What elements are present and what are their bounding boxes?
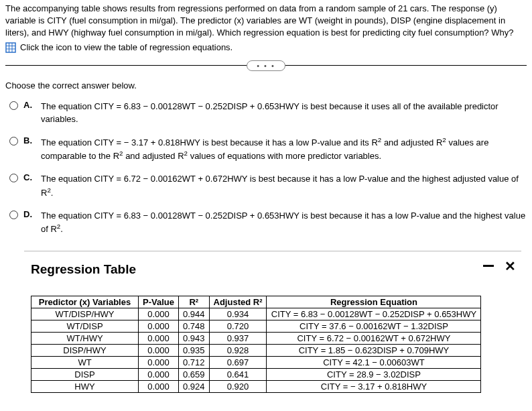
table-cell: 0.000 [139,308,179,320]
table-row: WT/DISP/HWY0.0000.9440.934CITY = 6.83 − … [31,308,481,320]
prompt-text: Choose the correct answer below. [5,80,527,91]
table-cell: CITY = 1.85 − 0.623DISP + 0.709HWY [267,344,481,356]
modal-title: Regression Table [31,262,521,277]
table-cell: 0.000 [139,332,179,344]
table-cell: WT/DISP [31,320,139,332]
table-cell: 0.000 [139,368,179,380]
table-cell: CITY = 6.83 − 0.00128WT − 0.252DISP + 0.… [267,308,481,320]
more-dots[interactable]: • • • [5,60,527,71]
radio-icon[interactable] [9,211,18,219]
table-cell: WT [31,356,139,368]
table-cell: 0.000 [139,380,179,392]
regression-table: Predictor (x) Variables P-Value R² Adjus… [31,296,481,393]
table-cell: 0.000 [139,356,179,368]
table-cell: CITY = 37.6 − 0.00162WT − 1.32DISP [267,320,481,332]
table-cell: 0.748 [178,320,209,332]
table-cell: CITY = 28.9 − 3.02DISP [267,368,481,380]
table-cell: 0.935 [178,344,209,356]
table-cell: 0.920 [209,380,267,392]
table-cell: 0.720 [209,320,267,332]
table-cell: 0.943 [178,332,209,344]
table-cell: 0.924 [178,380,209,392]
radio-icon[interactable] [9,137,18,145]
table-cell: 0.000 [139,320,179,332]
option-c[interactable]: C. The equation CITY = 6.72 − 0.00162WT … [9,172,527,199]
option-text: The equation CITY = 6.83 − 0.00128WT − 0… [41,100,527,126]
table-row: DISP0.0000.6590.641CITY = 28.9 − 3.02DIS… [31,368,481,380]
option-letter: D. [23,209,36,219]
option-text: The equation CITY = 6.72 − 0.00162WT + 0… [41,172,527,199]
table-row: HWY0.0000.9240.920CITY = − 3.17 + 0.818H… [31,380,481,392]
option-text: The equation CITY = − 3.17 + 0.818HWY is… [41,135,527,164]
table-cell: 0.944 [178,308,209,320]
table-cell: CITY = 6.72 − 0.00162WT + 0.672HWY [267,332,481,344]
table-row: WT/DISP0.0000.7480.720CITY = 37.6 − 0.00… [31,320,481,332]
option-b[interactable]: B. The equation CITY = − 3.17 + 0.818HWY… [9,135,527,164]
radio-icon[interactable] [9,101,18,110]
option-text: The equation CITY = 6.83 − 0.00128WT − 0… [41,209,527,236]
table-cell: 0.937 [209,332,267,344]
table-cell: 0.712 [178,356,209,368]
table-icon[interactable] [5,42,16,53]
table-cell: WT/HWY [31,332,139,344]
table-row: DISP/HWY0.0000.9350.928CITY = 1.85 − 0.6… [31,344,481,356]
table-cell: WT/DISP/HWY [31,308,139,320]
table-cell: DISP [31,368,139,380]
table-cell: HWY [31,380,139,392]
table-header-row: Predictor (x) Variables P-Value R² Adjus… [31,296,481,308]
option-letter: A. [23,100,36,110]
col-equation: Regression Equation [267,296,481,308]
table-cell: CITY = 42.1 − 0.00603WT [267,356,481,368]
minimize-icon[interactable] [483,265,494,267]
radio-icon[interactable] [9,174,18,182]
col-r2: R² [178,296,209,308]
option-letter: B. [23,135,36,145]
table-cell: 0.659 [178,368,209,380]
option-a[interactable]: A. The equation CITY = 6.83 − 0.00128WT … [9,100,527,126]
close-icon[interactable]: ✕ [505,259,516,273]
col-predictor: Predictor (x) Variables [31,296,139,308]
table-row: WT/HWY0.0000.9430.937CITY = 6.72 − 0.001… [31,332,481,344]
svg-rect-0 [6,43,15,52]
table-cell: 0.000 [139,344,179,356]
regression-modal: ✕ Regression Table Predictor (x) Variabl… [24,251,521,393]
col-pvalue: P-Value [139,296,179,308]
table-cell: 0.928 [209,344,267,356]
table-row: WT0.0000.7120.697CITY = 42.1 − 0.00603WT [31,356,481,368]
col-adj-r2: Adjusted R² [209,296,267,308]
option-d[interactable]: D. The equation CITY = 6.83 − 0.00128WT … [9,209,527,236]
table-cell: 0.641 [209,368,267,380]
table-cell: 0.934 [209,308,267,320]
table-cell: CITY = − 3.17 + 0.818HWY [267,380,481,392]
table-link-row: Click the icon to view the table of regr… [5,42,527,53]
table-link-text[interactable]: Click the icon to view the table of regr… [20,42,232,52]
question-intro: The accompanying table shows results fro… [5,3,527,40]
table-cell: DISP/HWY [31,344,139,356]
option-letter: C. [23,172,36,182]
table-cell: 0.697 [209,356,267,368]
